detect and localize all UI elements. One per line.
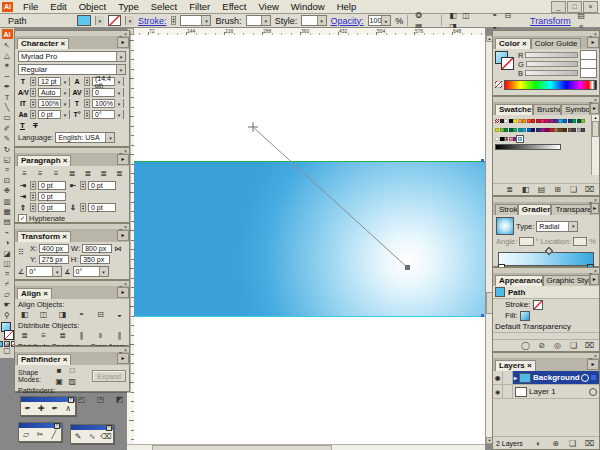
align-horizontal-left-icon[interactable]: ◧ <box>446 10 459 21</box>
panel-menu-button[interactable]: ▸ <box>117 230 129 241</box>
close-icon[interactable]: × <box>68 397 74 403</box>
leading-input[interactable]: (14.4 pt)▾ <box>92 77 124 86</box>
vertical-scale-stepper[interactable]: ▲▼ <box>30 99 36 108</box>
panel-menu-button[interactable]: ▸ <box>590 103 599 114</box>
character-rotation-input[interactable]: 0°▾ <box>92 110 124 119</box>
magic-wand-tool[interactable]: ✶ <box>1 61 13 71</box>
gradient-tool[interactable]: ▤ <box>1 217 13 227</box>
slider-track-g[interactable] <box>526 61 578 67</box>
space-after-stepper[interactable]: ▲▼ <box>80 203 86 212</box>
new-art-maintains-appearance-icon[interactable]: ◯ <box>519 340 532 351</box>
rotate-tool[interactable]: ↻ <box>1 144 13 154</box>
font-size-stepper[interactable]: ▲▼ <box>30 77 36 86</box>
new-color-group-icon[interactable]: ⊞ <box>551 184 564 195</box>
panel-menu-button[interactable]: ▸ <box>587 37 599 48</box>
vertical-distribute-center-icon[interactable]: ≡ <box>37 330 50 341</box>
menu-select[interactable]: Select <box>145 1 183 12</box>
horizontal-scrollbar[interactable] <box>127 444 485 450</box>
gradient-swatch[interactable] <box>518 137 522 141</box>
eraser-tool[interactable]: ▱ <box>21 429 32 440</box>
recolor-artwork-icon[interactable]: ❂ <box>412 10 425 21</box>
stroke-dropdown-icon[interactable]: ▾ <box>125 16 134 25</box>
close-icon[interactable]: × <box>124 149 127 153</box>
color-fill-stroke[interactable] <box>495 51 515 69</box>
lock-toggle[interactable] <box>503 385 513 398</box>
horizontal-scale-input[interactable]: 100%▾ <box>92 99 124 108</box>
eyedropper-tool[interactable]: ⌁ <box>1 227 13 237</box>
collapse-icon[interactable]: ‗ <box>119 282 122 286</box>
space-before-input[interactable]: 0 pt <box>38 203 66 212</box>
new-swatch-icon[interactable]: ❏ <box>567 184 580 195</box>
align-vertical-top-icon[interactable]: ◓ <box>488 10 501 21</box>
vertical-align-center-icon[interactable]: ⊟ <box>94 309 107 320</box>
vertical-distribute-bottom-icon[interactable]: ≣ <box>56 330 69 341</box>
transform-link[interactable]: Transform <box>530 16 571 26</box>
blend-tool[interactable]: ◑ <box>1 237 13 247</box>
color-spectrum-bar[interactable] <box>504 80 597 90</box>
h-input[interactable]: 350 px <box>80 255 110 264</box>
crop-area-tool[interactable]: ⌗ <box>1 269 13 279</box>
top-right-anchor[interactable] <box>481 159 484 162</box>
outline-icon[interactable]: ◳ <box>94 394 107 405</box>
horizontal-align-left-icon[interactable]: ◧ <box>18 309 31 320</box>
collapse-icon[interactable]: ‗ <box>589 198 592 202</box>
panel-menu-button[interactable]: ▸ <box>590 274 600 285</box>
appearance-row-transparency[interactable]: Default Transparency <box>493 321 599 333</box>
constrain-link-icon[interactable]: ⋈ <box>114 245 121 253</box>
close-icon[interactable]: × <box>594 198 597 202</box>
language-select[interactable]: English: USA▾ <box>55 132 115 143</box>
tab-symbols[interactable]: Symbols <box>561 104 590 115</box>
target-circle-icon[interactable] <box>589 388 597 396</box>
tab-transparency[interactable]: Transparency <box>551 204 590 215</box>
swatch[interactable] <box>581 128 585 132</box>
path-eraser-tool[interactable]: ⌫ <box>101 431 112 442</box>
underline-button[interactable]: T <box>20 121 25 130</box>
tab-paragraph[interactable]: Paragraph × <box>17 155 71 166</box>
right-indent-stepper[interactable]: ▲▼ <box>80 181 86 190</box>
left-indent-input[interactable]: 0 pt <box>38 181 66 190</box>
minimize-window-button[interactable]: _ <box>551 1 566 13</box>
reduce-to-basic-appearance-icon[interactable]: ◎ <box>551 340 564 351</box>
layer-name[interactable]: Background <box>533 373 580 382</box>
align-center-icon[interactable]: ≡ <box>34 168 47 179</box>
close-icon[interactable]: × <box>594 354 597 358</box>
none-color-swatch[interactable] <box>495 81 502 88</box>
menu-object[interactable]: Object <box>73 1 112 12</box>
fill-color-swatch[interactable] <box>77 15 91 26</box>
lock-toggle[interactable] <box>503 371 513 384</box>
pen-tool[interactable]: ✒ <box>22 403 33 414</box>
leading-stepper[interactable]: ▲▼ <box>84 77 90 86</box>
new-sublayer-icon[interactable]: ⊕ <box>549 438 562 449</box>
horizontal-distribute-right-icon[interactable]: ∥ <box>113 330 126 341</box>
delete-swatch-icon[interactable]: ⌧ <box>583 184 596 195</box>
close-icon[interactable]: × <box>124 225 127 229</box>
minus-back-icon[interactable]: ◩ <box>113 394 126 405</box>
slider-track-b[interactable] <box>525 70 578 76</box>
gradient-ramp[interactable] <box>498 252 594 266</box>
paintbrush-tool[interactable]: ✐ <box>1 123 13 133</box>
hyphenate-checkbox[interactable]: ✓ <box>18 214 27 223</box>
appearance-row-fill[interactable]: Fill: <box>493 310 599 321</box>
opacity-input[interactable]: 100▸ <box>368 15 392 26</box>
delete-item-icon[interactable]: ⌧ <box>583 340 596 351</box>
character-rotation-stepper[interactable]: ▲▼ <box>84 110 90 119</box>
swatches-scroll-thumb[interactable] <box>592 121 599 137</box>
pencil-tool[interactable]: ✎ <box>1 134 13 144</box>
swatch-libraries-icon[interactable]: ≣ <box>503 184 516 195</box>
tab-swatches[interactable]: Swatches × <box>495 104 533 115</box>
direct-selection-tool[interactable]: △ <box>1 50 13 60</box>
menu-effect[interactable]: Effect <box>216 1 252 12</box>
gradient-rectangle-artwork[interactable] <box>134 161 485 317</box>
tab-stroke[interactable]: Stroke <box>495 204 518 215</box>
layer-name[interactable]: Layer 1 <box>529 387 556 396</box>
left-indent-stepper[interactable]: ▲▼ <box>30 181 36 190</box>
rotate-select[interactable]: 0°▾ <box>26 266 62 277</box>
convert-anchor-point-tool[interactable]: ∧ <box>63 403 74 414</box>
menu-file[interactable]: File <box>17 1 44 12</box>
swatch-options-icon[interactable]: ▤ <box>535 184 548 195</box>
font-family-select[interactable]: Myriad Pro▾ <box>18 51 126 62</box>
new-layer-icon[interactable]: ❏ <box>566 438 579 449</box>
tab-gradient[interactable]: Gradient × <box>518 204 552 215</box>
fill-stroke-indicator[interactable] <box>0 321 14 341</box>
tab-layers[interactable]: Layers × <box>495 360 536 371</box>
